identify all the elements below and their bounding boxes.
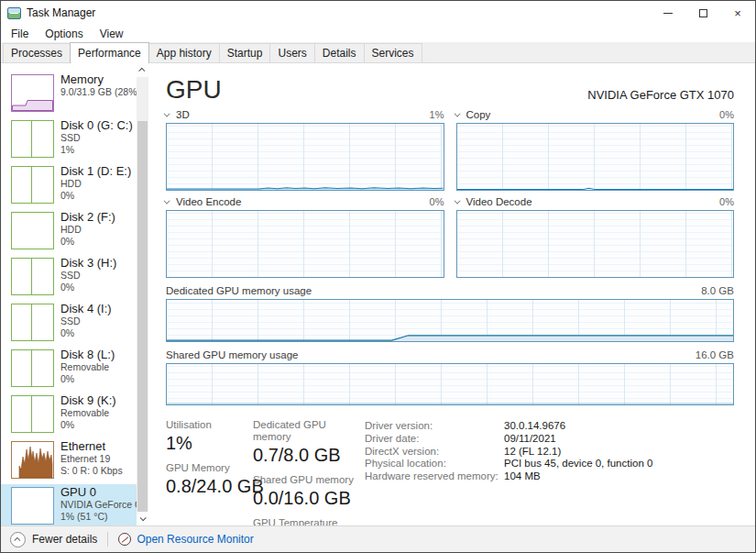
close-icon: ×: [734, 6, 741, 20]
chart-label-copy: Copy: [466, 109, 491, 120]
gpu0-mini-graph: [11, 487, 54, 525]
shared-memory-header: Shared GPU memory usage 16.0 GB: [166, 349, 734, 360]
disk3-mini-graph: [11, 258, 54, 295]
tab-details[interactable]: Details: [314, 43, 365, 62]
chart-label-video-encode: Video Encode: [176, 196, 241, 207]
chart-header-video-encode[interactable]: Video Encode 0%: [166, 196, 444, 207]
title-bar[interactable]: Task Manager ×: [1, 1, 755, 25]
open-resource-monitor-link[interactable]: Open Resource Monitor: [118, 533, 253, 546]
tab-users[interactable]: Users: [269, 43, 314, 62]
memory-mini-graph: [11, 74, 54, 112]
dedicated-memory-scale: 8.0 GB: [701, 285, 734, 296]
sidebar-item-disk1[interactable]: Disk 1 (D: E:) HDD 0%: [1, 163, 137, 209]
stat-label-gpu-temperature: GPU Temperature: [253, 517, 356, 525]
menu-view[interactable]: View: [92, 28, 132, 40]
sidebar-item-disk0[interactable]: Disk 0 (G: C:) SSD 1%: [1, 117, 137, 163]
menu-bar: File Options View: [1, 25, 755, 42]
disk8-mini-graph: [11, 349, 54, 387]
disk2-mini-graph: [11, 212, 54, 249]
minimize-icon: [663, 13, 673, 14]
maximize-button[interactable]: [685, 1, 720, 25]
tab-bar: Processes Performance App history Startu…: [1, 42, 755, 63]
chart-header-video-decode[interactable]: Video Decode 0%: [456, 196, 735, 207]
chevron-up-icon: [138, 68, 145, 74]
detail-directx-version: DirectX version: 12 (FL 12.1): [365, 446, 734, 459]
scrollbar-track[interactable]: [137, 77, 148, 512]
menu-options[interactable]: Options: [37, 28, 91, 40]
dedicated-memory-label: Dedicated GPU memory usage: [166, 285, 312, 296]
chevron-down-icon: [454, 110, 460, 116]
close-button[interactable]: ×: [720, 1, 755, 25]
sidebar-item-gpu0[interactable]: GPU 0 NVIDIA GeForce GTX 1% (51 °C): [1, 484, 137, 525]
chart-value-video-decode: 0%: [719, 196, 734, 207]
sidebar-item-ethernet[interactable]: Ethernet Ethernet 19 S: 0 R: 0 Kbps: [1, 438, 137, 484]
chevron-down-icon: [164, 197, 170, 204]
tab-services[interactable]: Services: [364, 43, 422, 62]
sidebar-item-disk9[interactable]: Disk 9 (K:) Removable 0%: [1, 393, 137, 438]
disk9-mini-graph: [11, 395, 54, 433]
window-title: Task Manager: [27, 6, 95, 19]
task-manager-app-icon: [7, 7, 21, 19]
chart-value-3d: 1%: [430, 109, 444, 120]
shared-memory-scale: 16.0 GB: [696, 349, 734, 360]
stat-label-gpu-memory: GPU Memory: [166, 462, 253, 474]
stat-value-gpu-memory: 0.8/24.0 GB: [166, 475, 253, 497]
status-bar: Fewer details Open Resource Monitor: [1, 525, 755, 552]
resource-monitor-label: Open Resource Monitor: [137, 533, 253, 546]
performance-sidebar: Memory 9.0/31.9 GB (28%) Disk 0 (G: C:) …: [1, 63, 148, 525]
fewer-details-label: Fewer details: [32, 533, 97, 546]
disk1-mini-graph: [11, 166, 54, 204]
stat-value-shared-memory: 0.0/16.0 GB: [253, 487, 356, 509]
scroll-down-button[interactable]: [137, 512, 148, 525]
scrollbar-thumb[interactable]: [137, 121, 148, 512]
dedicated-memory-header: Dedicated GPU memory usage 8.0 GB: [166, 285, 734, 296]
sidebar-item-disk8[interactable]: Disk 8 (L:) Removable 0%: [1, 347, 137, 393]
chevron-down-icon: [140, 514, 147, 521]
disk4-mini-graph: [11, 304, 54, 341]
detail-driver-date: Driver date: 09/11/2021: [365, 433, 734, 446]
stat-label-shared-memory: Shared GPU memory: [253, 474, 356, 486]
sidebar-item-disk2[interactable]: Disk 2 (F:) HDD 0%: [1, 209, 137, 255]
disk0-mini-graph: [11, 120, 54, 158]
ethernet-mini-graph: [11, 441, 54, 479]
chart-3d: [166, 123, 444, 191]
chart-value-copy: 0%: [719, 109, 734, 120]
chart-copy: [456, 123, 735, 191]
sidebar-item-disk3[interactable]: Disk 3 (H:) SSD 0%: [1, 255, 137, 301]
fewer-details-button[interactable]: Fewer details: [10, 532, 97, 547]
tab-performance[interactable]: Performance: [70, 42, 149, 63]
stat-value-dedicated-memory: 0.7/8.0 GB: [253, 444, 356, 466]
gpu-stats: Utilisation 1% GPU Memory 0.8/24.0 GB De…: [166, 419, 734, 525]
collapse-circle-icon: [10, 532, 26, 547]
task-manager-window: Task Manager × File Options View Process…: [0, 0, 756, 553]
chart-value-video-encode: 0%: [430, 196, 444, 207]
detail-hardware-reserved-memory: Hardware reserved memory: 104 MB: [365, 470, 734, 483]
detail-physical-location: Physical location: PCI bus 45, device 0,…: [365, 458, 734, 470]
page-title: GPU: [166, 76, 222, 104]
shared-memory-label: Shared GPU memory usage: [166, 349, 298, 360]
chevron-down-icon: [164, 110, 170, 116]
scroll-up-button[interactable]: [137, 63, 148, 77]
sidebar-scrollbar[interactable]: [137, 63, 148, 525]
detail-driver-version: Driver version: 30.0.14.9676: [365, 420, 734, 433]
chart-video-encode: [166, 210, 444, 278]
chart-label-video-decode: Video Decode: [466, 196, 532, 207]
chevron-down-icon: [454, 197, 460, 204]
stat-label-dedicated-memory: Dedicated GPU memory: [253, 419, 356, 443]
chart-label-3d: 3D: [176, 109, 190, 120]
chart-dedicated-memory: [166, 299, 734, 342]
stat-value-utilisation: 1%: [166, 432, 253, 454]
sidebar-item-disk4[interactable]: Disk 4 (I:) SSD 0%: [1, 301, 137, 347]
minimize-button[interactable]: [651, 1, 685, 25]
chart-header-3d[interactable]: 3D 1%: [166, 109, 444, 120]
menu-file[interactable]: File: [3, 28, 37, 40]
tab-startup[interactable]: Startup: [219, 43, 271, 62]
statusbar-divider: [107, 532, 108, 547]
sidebar-item-memory[interactable]: Memory 9.0/31.9 GB (28%): [1, 72, 137, 117]
chart-video-decode: [456, 210, 735, 278]
tab-processes[interactable]: Processes: [3, 43, 71, 62]
tab-app-history[interactable]: App history: [148, 43, 220, 62]
chart-header-copy[interactable]: Copy 0%: [456, 109, 735, 120]
resource-monitor-icon: [118, 533, 131, 546]
gpu-device-name: NVIDIA GeForce GTX 1070: [587, 88, 734, 104]
